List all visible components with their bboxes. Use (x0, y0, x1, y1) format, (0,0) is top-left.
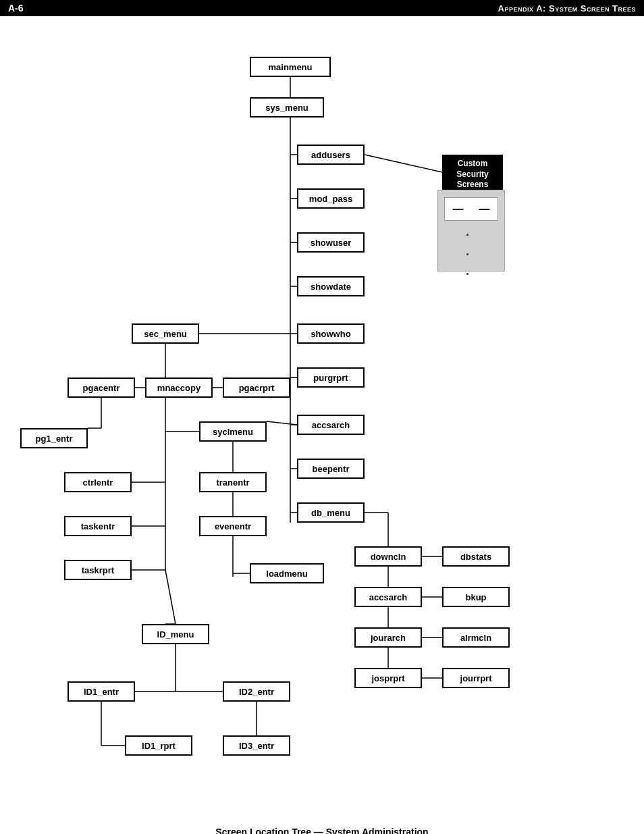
node-taskrprt: taskrprt (64, 560, 132, 580)
node-sys-menu: sys_menu (250, 97, 324, 118)
svg-line-22 (267, 421, 297, 425)
node-pgacentr: pgacentr (68, 377, 135, 398)
node-id1-entr: ID1_entr (68, 681, 135, 702)
page-number: A-6 (8, 3, 24, 14)
page-title: Appendix A: System Screen Trees (498, 3, 636, 14)
node-accsarch2: accsarch (354, 587, 422, 607)
node-jourrprt: jourrprt (442, 668, 510, 688)
node-syclmenu: syclmenu (199, 421, 267, 442)
node-mnaccopy: mnaccopy (145, 377, 213, 398)
node-mainmenu: mainmenu (250, 57, 331, 77)
svg-line-30 (165, 570, 176, 624)
node-dbstats: dbstats (442, 546, 510, 567)
node-bkup: bkup (442, 587, 510, 607)
node-purgrprt: purgrprt (297, 367, 365, 388)
node-mod-pass: mod_pass (297, 188, 365, 209)
node-id1-rprt: ID1_rprt (125, 735, 192, 756)
node-accsarch1: accsarch (297, 415, 365, 435)
node-beepentr: beepentr (297, 459, 365, 479)
node-showdate: showdate (297, 276, 365, 296)
node-sec-menu: sec_menu (132, 323, 199, 344)
node-pg1-entr: pg1_entr (20, 428, 88, 448)
node-alrmcln: alrmcln (442, 627, 510, 648)
node-evenentr: evenentr (199, 516, 267, 536)
node-tranentr: tranentr (199, 472, 267, 492)
node-pgacrprt: pgacrprt (223, 377, 290, 398)
dash-box: — — (444, 197, 498, 221)
diagram-caption: Screen Location Tree — System Administra… (0, 820, 644, 834)
node-id3-entr: ID3_entr (223, 735, 290, 756)
node-downcln: downcln (354, 546, 422, 567)
node-ctrlentr: ctrlentr (64, 472, 132, 492)
node-db-menu: db_menu (297, 502, 365, 523)
node-taskentr: taskentr (64, 516, 132, 536)
custom-security-box: CustomSecurityScreens (442, 155, 503, 190)
node-id-menu: ID_menu (142, 624, 209, 644)
node-addusers: addusers (297, 145, 365, 165)
node-loadmenu: loadmenu (250, 563, 324, 583)
node-jourarch: jourarch (354, 627, 422, 648)
node-josprprt: josprprt (354, 668, 422, 688)
node-id2-entr: ID2_entr (223, 681, 290, 702)
node-showwho: showwho (297, 323, 365, 344)
diagram-area: mainmenu sys_menu addusers mod_pass show… (0, 16, 644, 820)
page-header: A-6 Appendix A: System Screen Trees (0, 0, 644, 16)
node-showuser: showuser (297, 232, 365, 253)
svg-line-11 (365, 155, 442, 172)
continuation-dots: · · · (466, 226, 469, 284)
